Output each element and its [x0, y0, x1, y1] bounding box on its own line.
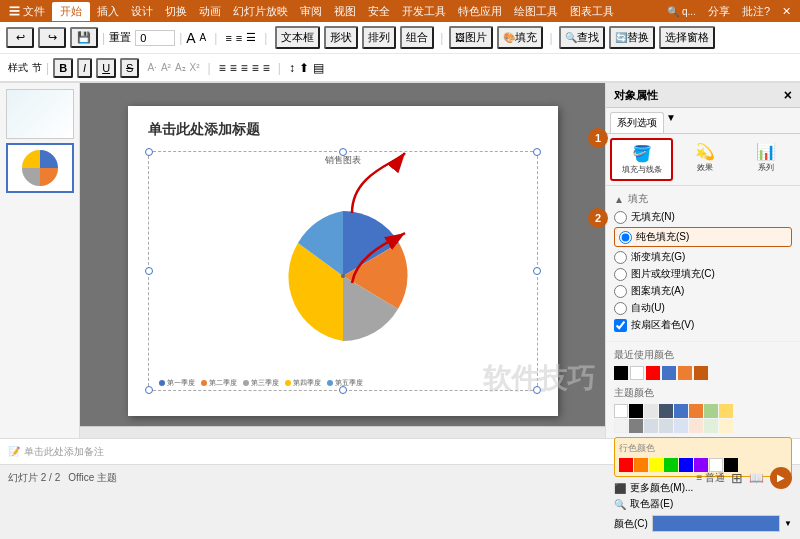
color-orange[interactable] [678, 366, 692, 380]
theme-color-14[interactable] [689, 419, 703, 433]
theme-color-10[interactable] [629, 419, 643, 433]
menu-slideshow[interactable]: 幻灯片放映 [228, 2, 293, 21]
line-spacing-icon[interactable]: ↕ [289, 61, 295, 75]
accent-3[interactable] [649, 458, 663, 472]
bold-btn[interactable]: B [53, 58, 73, 78]
theme-color-7[interactable] [704, 404, 718, 418]
color-blue[interactable] [662, 366, 676, 380]
color-dropdown-arrow[interactable]: ▼ [784, 519, 792, 528]
theme-color-2[interactable] [629, 404, 643, 418]
align-right-icon[interactable]: ≡ [236, 32, 242, 44]
share-btn[interactable]: 分享 [703, 2, 735, 21]
accent-2[interactable] [634, 458, 648, 472]
theme-color-13[interactable] [674, 419, 688, 433]
align-center-icon[interactable]: ≡ [230, 61, 237, 75]
solid-fill-option[interactable]: 纯色填充(S) [614, 227, 792, 247]
color-picker-row[interactable]: 🔍 取色器(E) [614, 497, 792, 511]
theme-color-6[interactable] [689, 404, 703, 418]
picture-fill-radio[interactable] [614, 268, 627, 281]
theme-color-11[interactable] [644, 419, 658, 433]
redo-btn[interactable]: ↪ [38, 27, 66, 48]
menu-switch[interactable]: 切换 [160, 2, 192, 21]
picture-fill-option[interactable]: 图片或纹理填充(C) [614, 267, 792, 281]
align-right-icon2[interactable]: ≡ [241, 61, 248, 75]
align-icon[interactable]: ≡ [225, 32, 231, 44]
text-box-btn[interactable]: 文本框 [275, 26, 320, 49]
chart-container[interactable]: 销售图表 [148, 151, 538, 391]
close-btn[interactable]: ✕ [777, 3, 796, 20]
no-fill-option[interactable]: 无填充(N) [614, 210, 792, 224]
distribute-icon[interactable]: ≡ [263, 61, 270, 75]
handle-bc[interactable] [339, 386, 347, 394]
color-black[interactable] [614, 366, 628, 380]
shape-btn[interactable]: 形状 [324, 26, 358, 49]
effects-btn[interactable]: 💫 效果 [675, 138, 734, 181]
fill-btn[interactable]: 🎨 填充 [497, 26, 543, 49]
sector-color-checkbox[interactable] [614, 319, 627, 332]
accent-5[interactable] [679, 458, 693, 472]
solid-fill-radio[interactable] [619, 231, 632, 244]
replace-btn[interactable]: 🔄 替换 [609, 26, 655, 49]
align-left-icon[interactable]: ≡ [219, 61, 226, 75]
handle-tl[interactable] [145, 148, 153, 156]
menu-security[interactable]: 安全 [363, 2, 395, 21]
theme-color-4[interactable] [659, 404, 673, 418]
theme-color-9[interactable] [614, 419, 628, 433]
underline-btn[interactable]: U [96, 58, 116, 78]
fill-line-btn[interactable]: 🪣 填充与线条 [610, 138, 673, 181]
sector-color-option[interactable]: 按扇区着色(V) [614, 318, 792, 332]
search-box[interactable]: 🔍 q... [662, 4, 701, 19]
handle-tc[interactable] [339, 148, 347, 156]
menu-start[interactable]: 开始 [52, 2, 90, 21]
color-dark-orange[interactable] [694, 366, 708, 380]
panel-close-btn[interactable]: × [784, 87, 792, 103]
select-all-btn[interactable]: 选择窗格 [659, 26, 715, 49]
view-grid-btn[interactable]: ⊞ [731, 470, 743, 486]
menu-insert[interactable]: 插入 [92, 2, 124, 21]
menu-drawtool[interactable]: 绘图工具 [509, 2, 563, 21]
text-direction-icon[interactable]: ⬆ [299, 61, 309, 75]
italic-btn[interactable]: I [77, 58, 92, 78]
group-btn[interactable]: 组合 [400, 26, 434, 49]
color-white[interactable] [630, 366, 644, 380]
theme-color-12[interactable] [659, 419, 673, 433]
justify-icon[interactable]: ≡ [252, 61, 259, 75]
h-scrollbar[interactable] [80, 426, 605, 438]
menu-review[interactable]: 审阅 [295, 2, 327, 21]
theme-color-15[interactable] [704, 419, 718, 433]
reset-input[interactable] [135, 30, 175, 46]
gradient-fill-radio[interactable] [614, 251, 627, 264]
pattern-fill-radio[interactable] [614, 285, 627, 298]
slide-thumb-1[interactable]: 1 [4, 89, 75, 139]
picture-btn[interactable]: 🖼 图片 [449, 26, 493, 49]
color-red[interactable] [646, 366, 660, 380]
theme-color-8[interactable] [719, 404, 733, 418]
view-read-btn[interactable]: 📖 [749, 471, 764, 485]
menu-file[interactable]: ☰ 文件 [4, 2, 50, 21]
save-btn[interactable]: 💾 [70, 27, 98, 48]
no-fill-radio[interactable] [614, 211, 627, 224]
theme-color-1[interactable] [614, 404, 628, 418]
color-value-input[interactable] [652, 515, 780, 532]
undo-btn[interactable]: ↩ [6, 27, 34, 48]
view-normal-btn[interactable]: ≡ 普通 [696, 471, 725, 485]
menu-animate[interactable]: 动画 [194, 2, 226, 21]
auto-fill-option[interactable]: 自动(U) [614, 301, 792, 315]
slide-thumb-2[interactable]: 2 [4, 143, 75, 193]
handle-tr[interactable] [533, 148, 541, 156]
indent-icon[interactable]: ☰ [246, 31, 256, 44]
text-layout-icon[interactable]: ▤ [313, 61, 324, 75]
batch-btn[interactable]: 批注? [737, 2, 775, 21]
tab-dropdown-arrow[interactable]: ▼ [666, 112, 676, 133]
handle-lc[interactable] [145, 267, 153, 275]
menu-features[interactable]: 特色应用 [453, 2, 507, 21]
menu-view[interactable]: 视图 [329, 2, 361, 21]
auto-fill-radio[interactable] [614, 302, 627, 315]
gradient-fill-option[interactable]: 渐变填充(G) [614, 250, 792, 264]
accent-1[interactable] [619, 458, 633, 472]
tab-series-options[interactable]: 系列选项 [610, 112, 664, 133]
slide-area[interactable]: 软件技巧 单击此处添加标题 销售图表 [80, 83, 605, 438]
menu-devtools[interactable]: 开发工具 [397, 2, 451, 21]
sort-btn[interactable]: 排列 [362, 26, 396, 49]
strikethrough-btn[interactable]: S [120, 58, 139, 78]
